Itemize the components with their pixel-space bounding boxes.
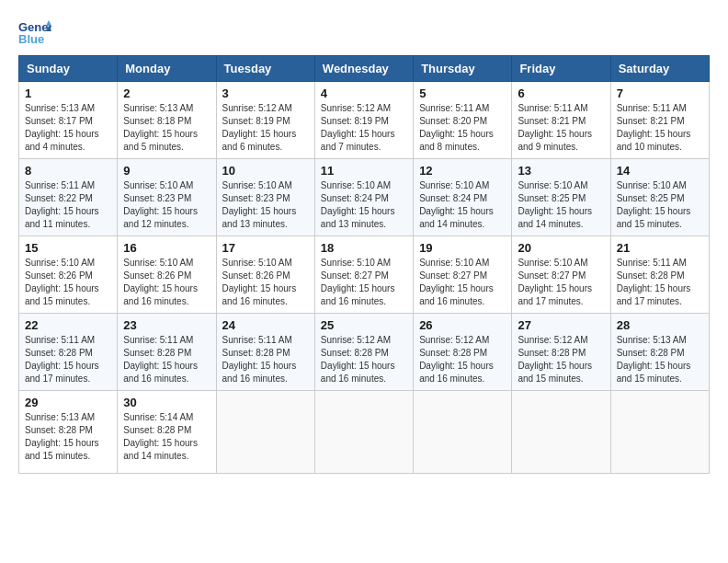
day-info: Sunrise: 5:12 AMSunset: 8:19 PMDaylight:… xyxy=(222,102,309,154)
day-info: Sunrise: 5:12 AMSunset: 8:28 PMDaylight:… xyxy=(419,334,506,385)
day-number: 17 xyxy=(222,241,309,255)
day-number: 6 xyxy=(518,86,604,100)
day-info: Sunrise: 5:10 AMSunset: 8:23 PMDaylight:… xyxy=(222,179,309,231)
calendar-cell: 25Sunrise: 5:12 AMSunset: 8:28 PMDayligh… xyxy=(314,314,413,391)
day-number: 18 xyxy=(321,241,407,255)
calendar-cell xyxy=(414,391,512,474)
day-info: Sunrise: 5:11 AMSunset: 8:22 PMDaylight:… xyxy=(25,179,111,231)
day-number: 30 xyxy=(123,396,210,409)
week-row-4: 22Sunrise: 5:11 AMSunset: 8:28 PMDayligh… xyxy=(19,314,710,391)
calendar-cell: 6Sunrise: 5:11 AMSunset: 8:21 PMDaylight… xyxy=(512,82,610,159)
day-number: 16 xyxy=(123,241,210,255)
day-number: 1 xyxy=(25,86,111,100)
calendar-cell: 24Sunrise: 5:11 AMSunset: 8:28 PMDayligh… xyxy=(216,314,314,391)
day-number: 3 xyxy=(222,86,309,100)
day-info: Sunrise: 5:11 AMSunset: 8:28 PMDaylight:… xyxy=(123,334,210,385)
day-info: Sunrise: 5:12 AMSunset: 8:19 PMDaylight:… xyxy=(321,102,407,154)
week-row-5: 29Sunrise: 5:13 AMSunset: 8:28 PMDayligh… xyxy=(19,391,710,474)
day-number: 21 xyxy=(617,241,703,255)
calendar-cell: 11Sunrise: 5:10 AMSunset: 8:24 PMDayligh… xyxy=(314,159,413,236)
calendar-cell: 5Sunrise: 5:11 AMSunset: 8:20 PMDaylight… xyxy=(414,82,512,159)
day-info: Sunrise: 5:11 AMSunset: 8:28 PMDaylight:… xyxy=(617,257,703,308)
calendar-cell: 29Sunrise: 5:13 AMSunset: 8:28 PMDayligh… xyxy=(19,391,118,474)
day-number: 27 xyxy=(518,318,604,332)
page-header: General Blue xyxy=(18,18,710,46)
calendar-cell: 14Sunrise: 5:10 AMSunset: 8:25 PMDayligh… xyxy=(610,159,709,236)
day-number: 8 xyxy=(25,164,111,178)
day-info: Sunrise: 5:14 AMSunset: 8:28 PMDaylight:… xyxy=(123,411,210,463)
header-monday: Monday xyxy=(118,56,216,82)
day-number: 9 xyxy=(123,164,210,178)
day-info: Sunrise: 5:11 AMSunset: 8:21 PMDaylight:… xyxy=(518,102,604,154)
day-info: Sunrise: 5:10 AMSunset: 8:26 PMDaylight:… xyxy=(123,257,210,308)
day-number: 10 xyxy=(222,164,309,178)
day-info: Sunrise: 5:13 AMSunset: 8:28 PMDaylight:… xyxy=(25,411,111,463)
calendar-cell xyxy=(216,391,314,474)
calendar-cell: 7Sunrise: 5:11 AMSunset: 8:21 PMDaylight… xyxy=(610,82,709,159)
calendar-cell xyxy=(512,391,610,474)
day-number: 14 xyxy=(617,164,703,178)
week-row-2: 8Sunrise: 5:11 AMSunset: 8:22 PMDaylight… xyxy=(19,159,710,236)
calendar-cell: 26Sunrise: 5:12 AMSunset: 8:28 PMDayligh… xyxy=(414,314,512,391)
day-number: 29 xyxy=(25,396,111,409)
day-info: Sunrise: 5:12 AMSunset: 8:28 PMDaylight:… xyxy=(321,334,407,385)
calendar-cell: 8Sunrise: 5:11 AMSunset: 8:22 PMDaylight… xyxy=(19,159,118,236)
calendar-cell xyxy=(314,391,413,474)
logo: General Blue xyxy=(18,18,51,46)
calendar-cell: 3Sunrise: 5:12 AMSunset: 8:19 PMDaylight… xyxy=(216,82,314,159)
day-info: Sunrise: 5:10 AMSunset: 8:27 PMDaylight:… xyxy=(419,257,506,308)
day-number: 11 xyxy=(321,164,407,178)
day-number: 12 xyxy=(419,164,506,178)
day-number: 7 xyxy=(617,86,703,100)
calendar-cell: 2Sunrise: 5:13 AMSunset: 8:18 PMDaylight… xyxy=(118,82,216,159)
header-row: SundayMondayTuesdayWednesdayThursdayFrid… xyxy=(19,56,710,82)
week-row-3: 15Sunrise: 5:10 AMSunset: 8:26 PMDayligh… xyxy=(19,236,710,314)
day-number: 2 xyxy=(123,86,210,100)
calendar-cell: 13Sunrise: 5:10 AMSunset: 8:25 PMDayligh… xyxy=(512,159,610,236)
day-info: Sunrise: 5:10 AMSunset: 8:24 PMDaylight:… xyxy=(419,179,506,231)
calendar-cell: 15Sunrise: 5:10 AMSunset: 8:26 PMDayligh… xyxy=(19,236,118,314)
day-number: 15 xyxy=(25,241,111,255)
week-row-1: 1Sunrise: 5:13 AMSunset: 8:17 PMDaylight… xyxy=(19,82,710,159)
day-info: Sunrise: 5:10 AMSunset: 8:23 PMDaylight:… xyxy=(123,179,210,231)
calendar-cell: 18Sunrise: 5:10 AMSunset: 8:27 PMDayligh… xyxy=(314,236,413,314)
calendar-cell: 10Sunrise: 5:10 AMSunset: 8:23 PMDayligh… xyxy=(216,159,314,236)
header-tuesday: Tuesday xyxy=(216,56,314,82)
day-number: 20 xyxy=(518,241,604,255)
day-info: Sunrise: 5:10 AMSunset: 8:25 PMDaylight:… xyxy=(617,179,703,231)
day-info: Sunrise: 5:10 AMSunset: 8:24 PMDaylight:… xyxy=(321,179,407,231)
calendar-cell: 16Sunrise: 5:10 AMSunset: 8:26 PMDayligh… xyxy=(118,236,216,314)
day-number: 28 xyxy=(617,318,703,332)
day-number: 22 xyxy=(25,318,111,332)
calendar-cell: 21Sunrise: 5:11 AMSunset: 8:28 PMDayligh… xyxy=(610,236,709,314)
calendar-table: SundayMondayTuesdayWednesdayThursdayFrid… xyxy=(18,55,710,474)
logo-icon: General Blue xyxy=(18,18,51,46)
day-number: 19 xyxy=(419,241,506,255)
calendar-cell: 28Sunrise: 5:13 AMSunset: 8:28 PMDayligh… xyxy=(610,314,709,391)
day-info: Sunrise: 5:10 AMSunset: 8:25 PMDaylight:… xyxy=(518,179,604,231)
day-number: 23 xyxy=(123,318,210,332)
header-wednesday: Wednesday xyxy=(314,56,413,82)
day-number: 24 xyxy=(222,318,309,332)
day-info: Sunrise: 5:11 AMSunset: 8:20 PMDaylight:… xyxy=(419,102,506,154)
day-number: 26 xyxy=(419,318,506,332)
svg-text:Blue: Blue xyxy=(18,32,44,46)
calendar-cell: 4Sunrise: 5:12 AMSunset: 8:19 PMDaylight… xyxy=(314,82,413,159)
day-info: Sunrise: 5:10 AMSunset: 8:27 PMDaylight:… xyxy=(321,257,407,308)
day-info: Sunrise: 5:11 AMSunset: 8:21 PMDaylight:… xyxy=(617,102,703,154)
header-sunday: Sunday xyxy=(19,56,118,82)
day-info: Sunrise: 5:13 AMSunset: 8:17 PMDaylight:… xyxy=(25,102,111,154)
calendar-cell: 22Sunrise: 5:11 AMSunset: 8:28 PMDayligh… xyxy=(19,314,118,391)
day-info: Sunrise: 5:11 AMSunset: 8:28 PMDaylight:… xyxy=(25,334,111,385)
calendar-cell: 1Sunrise: 5:13 AMSunset: 8:17 PMDaylight… xyxy=(19,82,118,159)
header-friday: Friday xyxy=(512,56,610,82)
calendar-cell: 20Sunrise: 5:10 AMSunset: 8:27 PMDayligh… xyxy=(512,236,610,314)
day-number: 25 xyxy=(321,318,407,332)
calendar-cell: 23Sunrise: 5:11 AMSunset: 8:28 PMDayligh… xyxy=(118,314,216,391)
day-number: 5 xyxy=(419,86,506,100)
calendar-cell: 30Sunrise: 5:14 AMSunset: 8:28 PMDayligh… xyxy=(118,391,216,474)
day-info: Sunrise: 5:11 AMSunset: 8:28 PMDaylight:… xyxy=(222,334,309,385)
day-info: Sunrise: 5:10 AMSunset: 8:26 PMDaylight:… xyxy=(222,257,309,308)
calendar-cell: 27Sunrise: 5:12 AMSunset: 8:28 PMDayligh… xyxy=(512,314,610,391)
day-info: Sunrise: 5:10 AMSunset: 8:27 PMDaylight:… xyxy=(518,257,604,308)
